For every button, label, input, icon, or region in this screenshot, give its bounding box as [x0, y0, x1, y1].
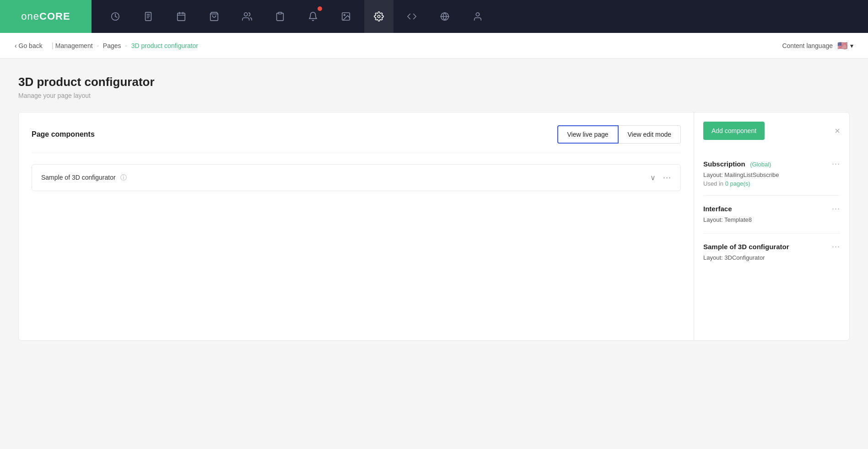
component-list-item: Sample of 3D configurator ⓘ ∨ ··· — [32, 164, 681, 191]
add-component-button[interactable]: Add component — [703, 122, 765, 140]
svg-point-10 — [244, 13, 248, 16]
chevron-down-icon: ▾ — [850, 42, 853, 49]
card-more-options-icon[interactable]: ··· — [832, 159, 840, 169]
card-layout: Layout: MailingListSubscribe — [703, 171, 840, 178]
svg-rect-1 — [146, 12, 151, 21]
view-edit-mode-button[interactable]: View edit mode — [619, 125, 681, 144]
svg-point-14 — [377, 15, 380, 18]
flag-icon: 🇺🇸 — [837, 41, 847, 51]
page-title: 3D product configurator — [18, 75, 850, 89]
card-more-options-icon[interactable]: ··· — [832, 204, 840, 214]
breadcrumb-right: Content language 🇺🇸 ▾ — [782, 41, 853, 51]
info-icon[interactable]: ⓘ — [120, 174, 127, 181]
card-name: Subscription — [703, 160, 745, 168]
card-layout: Layout: 3DConfigurator — [703, 254, 840, 261]
card-name-area: Interface — [703, 205, 732, 213]
nav-code-icon[interactable] — [397, 0, 426, 33]
card-name-area: Subscription (Global) — [703, 160, 771, 168]
breadcrumb-pages[interactable]: Pages — [103, 42, 121, 49]
nav-bell-icon[interactable] — [298, 0, 328, 33]
card-tag: (Global) — [750, 161, 771, 168]
right-panel: Add component × Subscription (Global) ··… — [694, 112, 849, 340]
nav-globe-icon[interactable] — [430, 0, 459, 33]
component-name: Sample of 3D configurator ⓘ — [41, 174, 645, 182]
top-nav: oneCORE — [0, 0, 868, 33]
expand-icon[interactable]: ∨ — [650, 173, 656, 182]
svg-point-13 — [344, 14, 345, 16]
close-panel-button[interactable]: × — [835, 126, 840, 135]
nav-clock-icon[interactable] — [101, 0, 130, 33]
view-live-page-button[interactable]: View live page — [557, 125, 619, 144]
breadcrumb-current-page: 3D product configurator — [131, 42, 198, 49]
card-name-area: Sample of 3D configurator — [703, 243, 789, 251]
logo[interactable]: oneCORE — [0, 0, 92, 33]
page-subtitle: Manage your page layout — [18, 92, 850, 99]
breadcrumb-dash2: - — [123, 42, 129, 50]
nav-cart-icon[interactable] — [199, 0, 229, 33]
card-used: Used in 0 page(s) — [703, 180, 840, 187]
card-header: Subscription (Global) ··· — [703, 159, 840, 169]
more-options-icon[interactable]: ··· — [663, 173, 671, 182]
main-content: 3D product configurator Manage your page… — [0, 59, 868, 357]
panel-header: Page components View live page View edit… — [32, 125, 681, 153]
subscription-component-card: Subscription (Global) ··· Layout: Mailin… — [703, 151, 840, 196]
nav-calendar-icon[interactable] — [167, 0, 196, 33]
nav-image-icon[interactable] — [331, 0, 361, 33]
breadcrumb-sep1: | — [52, 42, 54, 50]
nav-file-icon[interactable] — [134, 0, 163, 33]
pages-link[interactable]: 0 page(s) — [725, 180, 750, 187]
panel-title: Page components — [32, 130, 95, 139]
svg-rect-11 — [278, 12, 281, 14]
left-panel: Page components View live page View edit… — [19, 112, 694, 340]
svg-point-17 — [476, 13, 479, 16]
card-header: Sample of 3D configurator ··· — [703, 242, 840, 251]
sample-3d-component-card: Sample of 3D configurator ··· Layout: 3D… — [703, 234, 840, 271]
breadcrumb-bar: ‹ Go back | Management - Pages - 3D prod… — [0, 33, 868, 59]
component-actions: ∨ ··· — [650, 173, 671, 182]
nav-users-icon[interactable] — [232, 0, 262, 33]
view-toggle-buttons: View live page View edit mode — [557, 125, 681, 144]
svg-rect-5 — [178, 13, 185, 21]
right-panel-header: Add component × — [703, 122, 840, 140]
card-layout: Layout: Template8 — [703, 216, 840, 223]
content-language-label: Content language — [782, 42, 833, 49]
nav-icons — [92, 0, 868, 33]
nav-settings-icon[interactable] — [364, 0, 394, 33]
card-header: Interface ··· — [703, 204, 840, 214]
content-layout: Page components View live page View edit… — [18, 112, 850, 341]
notification-badge — [318, 6, 322, 11]
breadcrumb-management[interactable]: Management — [55, 42, 93, 49]
card-more-options-icon[interactable]: ··· — [832, 242, 840, 251]
language-selector[interactable]: 🇺🇸 ▾ — [837, 41, 853, 51]
breadcrumb-dash1: - — [95, 42, 101, 50]
nav-profile-icon[interactable] — [463, 0, 492, 33]
logo-text: oneCORE — [21, 11, 70, 22]
card-name: Interface — [703, 205, 732, 213]
card-name: Sample of 3D configurator — [703, 243, 789, 251]
go-back-link[interactable]: ‹ Go back — [15, 42, 43, 49]
interface-component-card: Interface ··· Layout: Template8 — [703, 196, 840, 234]
nav-clipboard-icon[interactable] — [265, 0, 295, 33]
